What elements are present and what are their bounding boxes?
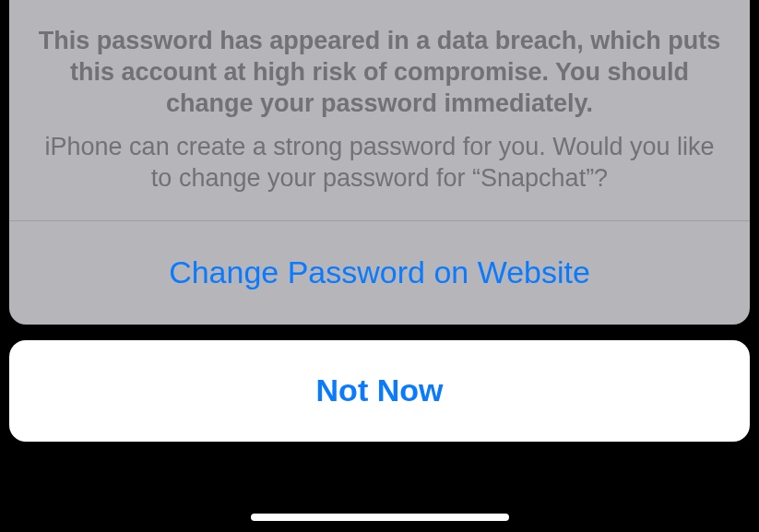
action-sheet-container: This password has appeared in a data bre… [9, 0, 750, 442]
alert-message-block: This password has appeared in a data bre… [9, 0, 750, 220]
not-now-button[interactable]: Not Now [9, 340, 750, 442]
change-password-button[interactable]: Change Password on Website [9, 221, 750, 325]
alert-title: This password has appeared in a data bre… [35, 26, 724, 119]
alert-subtitle: iPhone can create a strong password for … [35, 132, 724, 195]
action-sheet: This password has appeared in a data bre… [9, 0, 750, 325]
home-indicator [251, 514, 509, 521]
